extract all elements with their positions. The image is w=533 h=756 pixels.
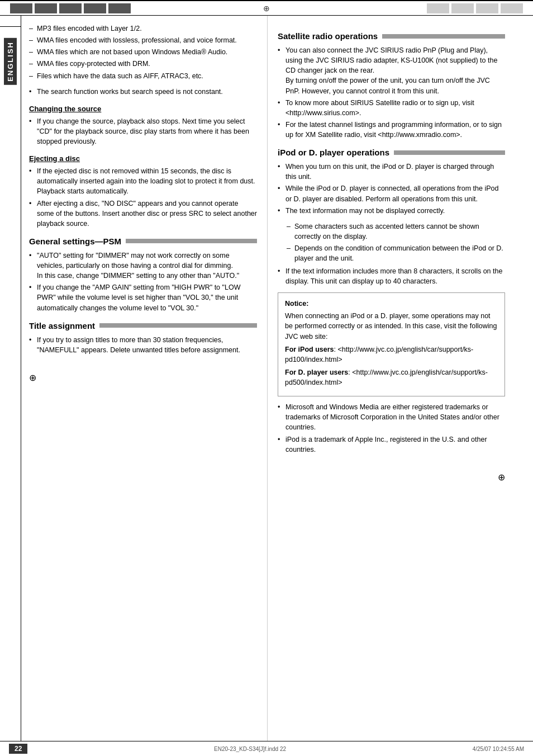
general-settings-heading: General settings—PSM [29, 237, 257, 246]
bullet-item: If you change the "AMP GAIN" setting fro… [29, 282, 257, 313]
bullet-item: MP3 files encoded with Layer 1/2. [29, 23, 257, 34]
notice-ipod-label: For iPod users [285, 346, 334, 353]
main-area: ENGLISH MP3 files encoded with Layer 1/2… [0, 16, 533, 741]
page: ⊕ ENGLISH MP3 files encoded with Layer 1… [0, 0, 533, 756]
trademarks-list: Microsoft and Windows Media are either r… [278, 402, 505, 455]
intro-bullets: MP3 files encoded with Layer 1/2. WMA fi… [29, 23, 257, 81]
notice-box: Notice: When connecting an iPod or a D. … [278, 292, 505, 397]
bullet-item: If you try to assign titles to more than… [29, 335, 257, 355]
bullet-item: "AUTO" setting for "DIMMER" may not work… [29, 251, 257, 281]
bullet-item: The text information may not be displaye… [278, 206, 505, 216]
bullet-item: If you change the source, playback also … [29, 116, 257, 147]
bullet-item: To know more about SIRIUS Satellite radi… [278, 98, 505, 118]
heading-bar [126, 239, 257, 243]
bullet-item: When you turn on this unit, the iPod or … [278, 162, 505, 182]
ipod-bullets: When you turn on this unit, the iPod or … [278, 162, 505, 216]
satellite-radio-bullets: You can also connect the JVC SIRIUS radi… [278, 45, 505, 140]
satellite-radio-heading: Satellite radio operations [278, 31, 505, 41]
search-note: The search function works but search spe… [29, 87, 257, 97]
footer: 22 EN20-23_KD-S34[J]f.indd 22 4/25/07 10… [0, 741, 533, 756]
top-bar-block-right [476, 3, 498, 13]
ipod-sub-bullets: Some characters such as accented letters… [287, 221, 505, 264]
top-bar: ⊕ [0, 0, 533, 16]
ipod-player-heading: iPod or D. player operations [278, 148, 505, 157]
crosshair-area-left: ⊕ [29, 361, 257, 383]
heading-bar [382, 34, 505, 39]
footer-date: 4/25/07 10:24:55 AM [473, 746, 524, 752]
bullet-item: While the iPod or D. player is connected… [278, 183, 505, 204]
search-note-list: The search function works but search spe… [29, 87, 257, 97]
title-assignment-heading: Title assignment [29, 321, 257, 330]
bullet-item: If the text information includes more th… [278, 266, 505, 286]
notice-title: Notice: [285, 299, 498, 309]
bullet-item: Files which have the data such as AIFF, … [29, 71, 257, 81]
bullet-item: If the ejected disc is not removed withi… [29, 166, 257, 196]
changing-source-heading: Changing the source [29, 105, 257, 113]
top-bar-block [108, 3, 131, 13]
crosshair-left-icon: ⊕ [29, 372, 36, 383]
bullet-item: WMA files encoded with lossless, profess… [29, 35, 257, 45]
top-bar-block-right [501, 3, 523, 13]
notice-ipod: For iPod users: <http://www.jvc.co.jp/en… [285, 344, 498, 365]
sub-bullet-item: Depends on the condition of communicatio… [287, 243, 505, 263]
sidebar: ENGLISH [0, 16, 21, 741]
crosshair-center-icon: ⊕ [263, 4, 270, 13]
top-bar-block [84, 3, 106, 13]
heading-bar [394, 150, 505, 155]
ejecting-disc-bullets: If the ejected disc is not removed withi… [29, 166, 257, 229]
sub-bullet-item: Some characters such as accented letters… [287, 221, 505, 242]
footer-filename: EN20-23_KD-S34[J]f.indd 22 [214, 746, 286, 752]
right-column: Satellite radio operations You can also … [267, 16, 513, 741]
sidebar-top-line [0, 16, 21, 27]
trademark-item: iPod is a trademark of Apple Inc., regis… [278, 434, 505, 455]
top-bar-block [59, 3, 82, 13]
changing-source-bullets: If you change the source, playback also … [29, 116, 257, 147]
heading-bar [99, 323, 257, 328]
top-bar-block-right [451, 3, 474, 13]
trademark-item: Microsoft and Windows Media are either r… [278, 402, 505, 432]
top-bar-block-right [427, 3, 449, 13]
notice-dplayer: For D. player users: <http://www.jvc.co.… [285, 367, 498, 388]
bullet-item: You can also connect the JVC SIRIUS radi… [278, 45, 505, 96]
crosshair-area-right: ⊕ [278, 460, 505, 483]
ipod-bullet-last: If the text information includes more th… [278, 266, 505, 286]
top-bar-block [10, 3, 32, 13]
title-assignment-bullets: If you try to assign titles to more than… [29, 335, 257, 355]
top-bar-block [35, 3, 57, 13]
general-settings-bullets: "AUTO" setting for "DIMMER" may not work… [29, 251, 257, 313]
bullet-item: WMA files which are not based upon Windo… [29, 47, 257, 57]
notice-dplayer-label: For D. player users [285, 368, 348, 376]
page-number: 22 [9, 744, 27, 754]
ejecting-disc-heading: Ejecting a disc [29, 154, 257, 163]
crosshair-right-icon: ⊕ [498, 472, 505, 483]
language-label: ENGLISH [4, 38, 17, 85]
notice-body: When connecting an iPod or a D. player, … [285, 311, 498, 341]
bullet-item: WMA files copy-protected with DRM. [29, 59, 257, 69]
bullet-item: For the latest channel listings and prog… [278, 120, 505, 140]
left-column: MP3 files encoded with Layer 1/2. WMA fi… [21, 16, 267, 741]
bullet-item: After ejecting a disc, "NO DISC" appears… [29, 199, 257, 229]
